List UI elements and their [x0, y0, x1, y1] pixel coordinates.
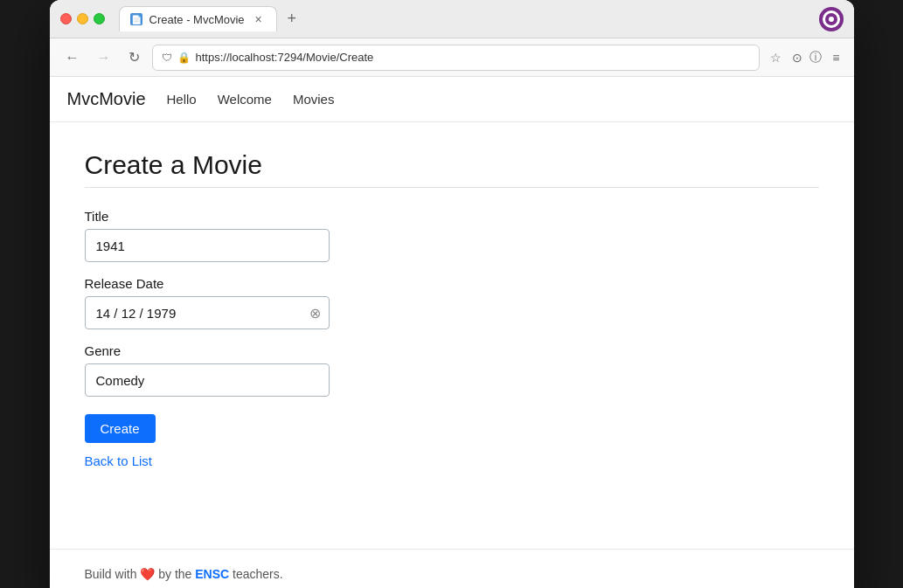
heart-icon: ❤️: [140, 567, 158, 581]
release-date-input[interactable]: [85, 296, 330, 329]
active-tab[interactable]: 📄 Create - MvcMovie ×: [119, 6, 277, 31]
shield-icon: 🛡: [162, 52, 172, 64]
menu-icon[interactable]: ≡: [829, 49, 843, 66]
title-bar: 📄 Create - MvcMovie × +: [50, 0, 854, 38]
page-title: Create a Movie: [85, 150, 819, 180]
genre-form-group: Genre: [85, 343, 819, 397]
title-divider: [85, 187, 819, 188]
bookmark-icon[interactable]: ☆: [767, 49, 785, 66]
refresh-button[interactable]: ↻: [123, 45, 145, 69]
ensc-link[interactable]: ENSC: [195, 567, 229, 581]
tab-title: Create - MvcMovie: [149, 13, 245, 26]
create-button[interactable]: Create: [85, 414, 156, 443]
create-movie-form: Title Release Date ⊗ Genre Create: [85, 209, 819, 468]
app-brand[interactable]: MvcMovie: [67, 89, 146, 109]
main-content: Create a Movie Title Release Date ⊗: [50, 122, 854, 496]
app-navbar: MvcMovie Hello Welcome Movies: [50, 77, 854, 122]
navigation-bar: ← → ↻ 🛡 🔒 https://localhost:7294/Movie/C…: [50, 38, 854, 77]
refresh-icon: ↻: [129, 49, 140, 66]
browser-icon: [819, 7, 844, 31]
footer-text-after: teachers.: [233, 567, 283, 581]
maximize-button[interactable]: [94, 13, 105, 24]
back-nav-button[interactable]: ←: [60, 46, 85, 69]
traffic-lights: [60, 13, 105, 24]
nav-link-welcome[interactable]: Welcome: [218, 92, 272, 107]
new-tab-button[interactable]: +: [281, 6, 304, 31]
tab-favicon: 📄: [130, 13, 142, 25]
tab-close-btn[interactable]: ×: [252, 12, 266, 26]
back-to-list-link[interactable]: Back to List: [85, 453, 819, 468]
nav-link-movies[interactable]: Movies: [293, 92, 335, 107]
address-bar[interactable]: 🛡 🔒 https://localhost:7294/Movie/Create: [152, 45, 761, 71]
nav-link-hello[interactable]: Hello: [167, 92, 197, 107]
lock-icon: 🔒: [177, 52, 191, 64]
forward-arrow-icon: →: [97, 50, 111, 66]
footer-text-middle: by the: [158, 567, 191, 581]
title-label: Title: [85, 209, 819, 224]
back-arrow-icon: ←: [66, 50, 80, 66]
tab-bar: 📄 Create - MvcMovie × +: [119, 6, 812, 31]
release-date-label: Release Date: [85, 276, 819, 291]
browser-window: 📄 Create - MvcMovie × + ← → ↻ 🛡 🔒 https:…: [50, 0, 854, 588]
title-input[interactable]: [85, 229, 330, 262]
genre-input[interactable]: [85, 363, 330, 397]
date-input-wrapper: ⊗: [85, 296, 330, 329]
footer-text-before: Build with: [85, 567, 137, 581]
close-button[interactable]: [60, 13, 72, 24]
pocket-icon[interactable]: ⊙: [792, 51, 802, 65]
date-clear-button[interactable]: ⊗: [309, 305, 321, 322]
title-form-group: Title: [85, 209, 819, 262]
site-footer: Build with ❤️ by the ENSC teachers.: [50, 549, 854, 588]
info-icon[interactable]: ⓘ: [809, 50, 822, 66]
genre-label: Genre: [85, 343, 819, 358]
minimize-button[interactable]: [77, 13, 88, 24]
url-text: https://localhost:7294/Movie/Create: [196, 51, 751, 64]
forward-nav-button[interactable]: →: [92, 46, 116, 69]
release-date-form-group: Release Date ⊗: [85, 276, 819, 329]
browser-logo: [823, 10, 840, 28]
clear-icon: ⊗: [309, 305, 321, 322]
